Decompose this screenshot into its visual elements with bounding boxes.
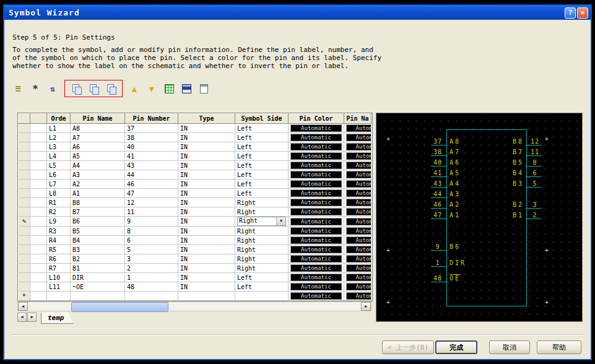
cell-pin_color[interactable]: Automatic	[289, 282, 344, 292]
pin-label-color-button[interactable]: Automatic	[346, 218, 371, 225]
cell-number[interactable]: 11	[125, 207, 178, 217]
cell-pin_color[interactable]: Automatic	[289, 236, 344, 245]
cell-sel[interactable]	[30, 152, 47, 161]
pin-color-button[interactable]: Automatic	[290, 208, 342, 215]
renumber-pins-icon[interactable]: ⇅	[47, 83, 58, 94]
cell-type[interactable]	[178, 292, 235, 301]
cell-name[interactable]: A5	[71, 152, 125, 161]
cell-order[interactable]: L6	[47, 170, 71, 180]
cell-side[interactable]: Right	[235, 264, 289, 273]
pin-color-button[interactable]: Automatic	[290, 255, 342, 262]
cell-sel[interactable]	[30, 207, 47, 217]
cell-number[interactable]: 9	[125, 217, 178, 227]
move-down-icon[interactable]: ▼	[146, 83, 157, 94]
cell-name[interactable]: B3	[71, 245, 125, 254]
cell-pin_color[interactable]: Automatic	[289, 227, 344, 236]
cell-label_color[interactable]: Automatic	[344, 142, 371, 152]
cell-type[interactable]: IN	[178, 264, 235, 273]
cell-number[interactable]: 43	[125, 161, 178, 170]
pin-label-color-button[interactable]: Automatic	[346, 246, 371, 253]
add-pins-icon[interactable]: ≡	[12, 83, 24, 94]
tab-temp[interactable]: temp	[41, 313, 74, 324]
cell-type[interactable]: IN	[178, 273, 235, 282]
pin-color-button[interactable]: Automatic	[290, 227, 342, 235]
pin-label-color-button[interactable]: Automatic	[346, 255, 371, 262]
pin-label-color-button[interactable]: Automatic	[346, 236, 371, 244]
copy-pin-number-icon[interactable]	[105, 83, 116, 94]
pin-color-button[interactable]: Automatic	[290, 152, 342, 160]
cell-name[interactable]: A2	[71, 180, 125, 189]
dropdown-arrow-icon[interactable]: ▼	[276, 217, 285, 225]
horizontal-scrollbar[interactable]: ◀ ▶	[17, 301, 371, 311]
cell-order[interactable]	[47, 292, 71, 301]
cell-label_color[interactable]: Automatic	[344, 189, 371, 198]
pin-color-button[interactable]: Automatic	[290, 180, 342, 188]
cell-order[interactable]: R2	[47, 207, 71, 217]
cell-order[interactable]: L3	[47, 142, 71, 152]
cell-pin_color[interactable]: Automatic	[289, 189, 344, 198]
cell-number[interactable]: 44	[125, 170, 178, 180]
cell-pin_color[interactable]: Automatic	[289, 152, 344, 161]
cell-side[interactable]	[235, 292, 289, 301]
pin-color-button[interactable]: Automatic	[290, 264, 342, 272]
cell-type[interactable]: IN	[178, 161, 235, 170]
cell-name[interactable]: A7	[71, 133, 125, 142]
cell-side[interactable]: Right▼	[235, 217, 289, 227]
cell-name[interactable]: A4	[71, 161, 125, 170]
cell-pin_color[interactable]: Automatic	[289, 264, 344, 273]
cell-name[interactable]: B5	[71, 227, 125, 236]
cell-label_color[interactable]: Automatic	[344, 282, 371, 292]
pin-color-button[interactable]: Automatic	[290, 134, 342, 141]
cell-type[interactable]: IN	[178, 189, 235, 198]
cell-type[interactable]: IN	[178, 170, 235, 180]
cell-number[interactable]	[125, 292, 178, 301]
cell-number[interactable]: 48	[125, 282, 178, 292]
cell-pin_color[interactable]: Automatic	[289, 124, 344, 133]
pin-color-button[interactable]: Automatic	[290, 218, 342, 225]
cell-type[interactable]: IN	[178, 217, 235, 227]
cell-order[interactable]: R3	[47, 227, 71, 236]
move-up-icon[interactable]: ▲	[129, 83, 140, 94]
cell-type[interactable]: IN	[178, 227, 235, 236]
cell-side[interactable]: Right	[235, 254, 289, 264]
cell-label_color[interactable]: Automatic	[344, 236, 371, 245]
symbol-side-dropdown[interactable]: Right▼	[237, 217, 286, 226]
cell-name[interactable]: B6	[71, 217, 125, 227]
cell-sel[interactable]	[30, 217, 47, 227]
cell-number[interactable]: 1	[125, 273, 178, 282]
cell-type[interactable]: IN	[178, 236, 235, 245]
cell-pin_color[interactable]: Automatic	[289, 207, 344, 217]
cell-sel[interactable]	[30, 124, 47, 133]
cell-side[interactable]: Left	[235, 273, 289, 282]
cell-number[interactable]: 47	[125, 189, 178, 198]
pin-color-button[interactable]: Automatic	[290, 236, 342, 244]
tab-nav-left-button[interactable]: ◀	[17, 313, 27, 322]
cell-pin_color[interactable]: Automatic	[289, 217, 344, 227]
cell-number[interactable]: 12	[125, 198, 178, 207]
cell-type[interactable]: IN	[178, 207, 235, 217]
cell-order[interactable]: R7	[47, 264, 71, 273]
cell-side[interactable]: Left	[235, 152, 289, 161]
cell-pin_color[interactable]: Automatic	[289, 133, 344, 142]
cell-sel[interactable]	[30, 245, 47, 254]
cell-label_color[interactable]: Automatic	[344, 245, 371, 254]
cell-order[interactable]: L11	[47, 282, 71, 292]
cell-type[interactable]: IN	[178, 245, 235, 254]
cell-pin_color[interactable]: Automatic	[289, 198, 344, 207]
cell-sel[interactable]	[30, 264, 47, 273]
cell-pin_color[interactable]: Automatic	[289, 254, 344, 264]
cell-label_color[interactable]: Automatic	[344, 227, 371, 236]
cell-label_color[interactable]: Automatic	[344, 124, 371, 133]
pin-color-button[interactable]: Automatic	[290, 246, 342, 253]
scrollbar-track[interactable]	[28, 302, 361, 311]
pin-label-color-button[interactable]: Automatic	[346, 124, 371, 132]
pin-label-color-button[interactable]: Automatic	[346, 180, 371, 188]
pin-color-button[interactable]: Automatic	[290, 274, 342, 281]
cell-type[interactable]: IN	[178, 282, 235, 292]
help-titlebar-button[interactable]: ?	[565, 7, 576, 19]
pin-label-color-button[interactable]: Automatic	[346, 162, 371, 169]
cell-type[interactable]: IN	[178, 152, 235, 161]
copy-pin-name-icon[interactable]	[88, 83, 99, 94]
help-button[interactable]: 帮助	[537, 340, 581, 354]
cell-number[interactable]: 38	[125, 133, 178, 142]
